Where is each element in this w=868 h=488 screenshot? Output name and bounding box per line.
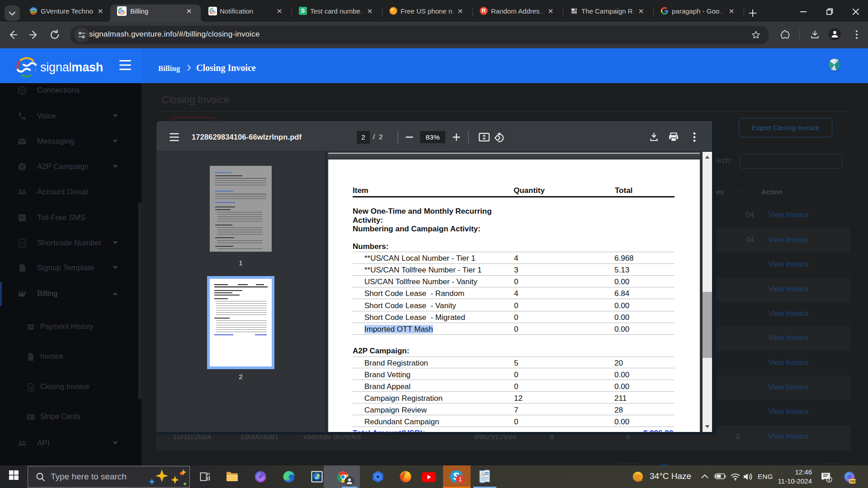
svg-text:4: 4 bbox=[828, 478, 830, 482]
svg-text:A: A bbox=[481, 471, 485, 478]
svg-text:PRE: PRE bbox=[850, 480, 856, 483]
